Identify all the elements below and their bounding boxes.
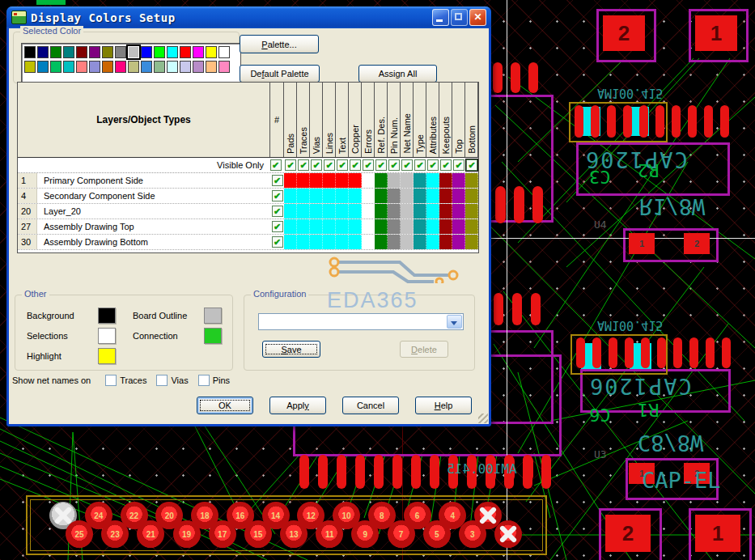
- layer-color-cell[interactable]: [323, 219, 336, 234]
- layer-color-cell[interactable]: [426, 219, 439, 234]
- layer-color-cell[interactable]: [362, 219, 375, 234]
- layer-color-cell[interactable]: [452, 173, 465, 188]
- layer-color-cell[interactable]: [465, 204, 478, 218]
- palette-swatch[interactable]: [193, 61, 204, 73]
- layer-color-cell[interactable]: [452, 204, 465, 218]
- layer-color-cell[interactable]: [336, 235, 349, 249]
- net-names-checkbox-pins[interactable]: [198, 375, 210, 386]
- visible-only-checkbox[interactable]: [337, 159, 348, 171]
- palette-swatch[interactable]: [193, 46, 204, 58]
- layer-color-cell[interactable]: [362, 204, 375, 218]
- layer-color-cell[interactable]: [388, 189, 401, 203]
- layer-color-cell[interactable]: [439, 173, 452, 188]
- palette-swatch[interactable]: [63, 61, 74, 73]
- layer-visible-checkbox[interactable]: [272, 190, 283, 202]
- palette-swatch[interactable]: [76, 61, 87, 73]
- visible-only-checkbox[interactable]: [270, 159, 282, 171]
- assign-all-button[interactable]: Assign All: [358, 65, 437, 83]
- layer-color-cell[interactable]: [388, 173, 401, 188]
- layer-color-cell[interactable]: [284, 173, 297, 188]
- layer-color-cell[interactable]: [284, 235, 297, 249]
- layer-color-cell[interactable]: [323, 173, 336, 188]
- layer-color-cell[interactable]: [375, 173, 388, 188]
- layer-color-cell[interactable]: [452, 235, 465, 249]
- layer-color-cell[interactable]: [336, 219, 349, 234]
- layer-color-cell[interactable]: [465, 235, 478, 249]
- visible-only-checkbox[interactable]: [440, 159, 452, 171]
- visible-only-checkbox[interactable]: [388, 159, 400, 171]
- other-item-swatch[interactable]: [204, 308, 222, 324]
- layer-color-cell[interactable]: [414, 204, 426, 218]
- layer-color-cell[interactable]: [284, 189, 297, 203]
- layer-color-cell[interactable]: [284, 219, 297, 234]
- layer-color-cell[interactable]: [414, 219, 426, 234]
- layer-color-cell[interactable]: [323, 204, 336, 218]
- configuration-input[interactable]: [261, 316, 445, 328]
- layer-color-cell[interactable]: [439, 204, 452, 218]
- layer-color-cell[interactable]: [349, 219, 362, 234]
- layer-color-cell[interactable]: [388, 204, 401, 218]
- palette-swatch[interactable]: [50, 61, 62, 73]
- palette-swatch[interactable]: [180, 61, 191, 73]
- visible-only-checkbox[interactable]: [453, 159, 464, 171]
- layer-color-cell[interactable]: [362, 173, 375, 188]
- net-names-checkbox-traces[interactable]: [105, 375, 117, 386]
- layer-color-cell[interactable]: [297, 204, 310, 218]
- layer-color-cell[interactable]: [284, 204, 297, 218]
- layer-color-cell[interactable]: [388, 235, 401, 249]
- palette-swatch[interactable]: [167, 46, 178, 58]
- palette-swatch[interactable]: [128, 46, 139, 58]
- dialog-titlebar[interactable]: Display Colors Setup ✕: [6, 6, 491, 28]
- layer-color-cell[interactable]: [323, 235, 336, 249]
- layer-visible-checkbox[interactable]: [272, 175, 283, 186]
- net-names-checkbox-vias[interactable]: [156, 375, 168, 386]
- layer-color-cell[interactable]: [414, 189, 426, 203]
- layer-color-cell[interactable]: [401, 235, 414, 249]
- visible-only-checkbox[interactable]: [298, 159, 309, 171]
- palette-swatch[interactable]: [37, 61, 49, 73]
- layer-color-cell[interactable]: [426, 204, 439, 218]
- layer-color-cell[interactable]: [439, 189, 452, 203]
- palette-swatch[interactable]: [218, 46, 230, 58]
- palette-swatch[interactable]: [218, 61, 230, 73]
- layer-color-cell[interactable]: [375, 189, 388, 203]
- visible-only-checkbox[interactable]: [401, 159, 413, 171]
- layer-color-cell[interactable]: [426, 173, 439, 188]
- layer-color-cell[interactable]: [439, 235, 452, 249]
- layer-color-cell[interactable]: [452, 219, 465, 234]
- layer-color-cell[interactable]: [297, 189, 310, 203]
- visible-only-checkbox[interactable]: [363, 159, 374, 171]
- layer-color-cell[interactable]: [349, 235, 362, 249]
- layer-color-cell[interactable]: [310, 173, 323, 188]
- layer-visible-checkbox[interactable]: [272, 221, 283, 232]
- layer-color-cell[interactable]: [323, 189, 336, 203]
- visible-only-checkbox[interactable]: [375, 159, 387, 171]
- visible-only-checkbox[interactable]: [324, 159, 335, 171]
- palette-button[interactable]: Palette...: [240, 35, 319, 53]
- layer-color-cell[interactable]: [349, 204, 362, 218]
- visible-only-checkbox[interactable]: [285, 159, 296, 171]
- ok-button[interactable]: OK: [197, 397, 253, 414]
- layer-visible-checkbox[interactable]: [272, 206, 283, 217]
- close-button[interactable]: ✕: [469, 9, 486, 26]
- palette-swatch[interactable]: [89, 61, 100, 73]
- layer-color-cell[interactable]: [336, 189, 349, 203]
- palette-swatch[interactable]: [63, 46, 74, 58]
- palette-swatch[interactable]: [24, 61, 36, 73]
- layer-color-cell[interactable]: [297, 219, 310, 234]
- palette-swatch[interactable]: [154, 61, 165, 73]
- other-item-swatch[interactable]: [204, 328, 222, 344]
- layer-color-cell[interactable]: [426, 189, 439, 203]
- layer-color-cell[interactable]: [349, 173, 362, 188]
- layer-color-cell[interactable]: [310, 219, 323, 234]
- resize-grip[interactable]: [478, 414, 488, 423]
- configuration-combobox[interactable]: [258, 313, 464, 330]
- layer-color-cell[interactable]: [297, 235, 310, 249]
- save-button[interactable]: Save: [262, 341, 320, 358]
- visible-only-checkbox[interactable]: [466, 159, 477, 171]
- layer-color-cell[interactable]: [414, 235, 426, 249]
- default-palette-button[interactable]: Default Palette: [240, 65, 320, 83]
- layer-color-cell[interactable]: [452, 189, 465, 203]
- layer-color-cell[interactable]: [362, 189, 375, 203]
- layer-color-cell[interactable]: [375, 204, 388, 218]
